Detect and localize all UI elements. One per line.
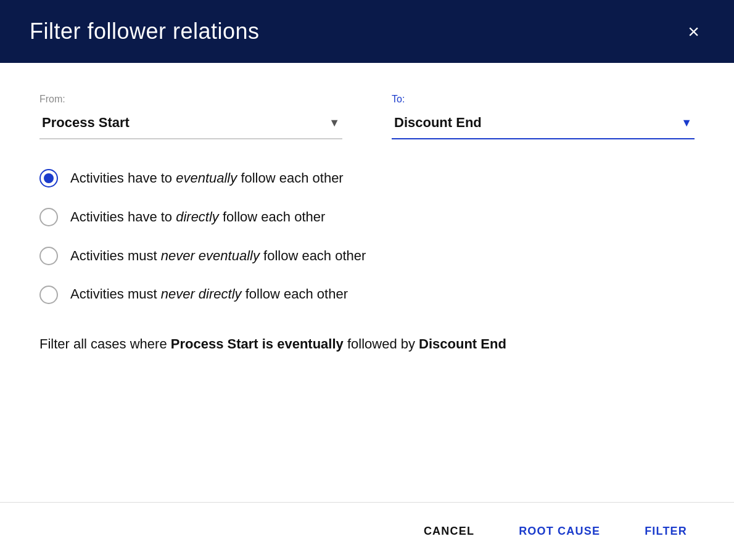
radio-option-1[interactable]: Activities have to eventually follow eac… bbox=[39, 169, 695, 188]
close-button[interactable]: × bbox=[683, 19, 704, 44]
radio-options: Activities have to eventually follow eac… bbox=[39, 169, 695, 304]
dialog-footer: CANCEL ROOT CAUSE FILTER bbox=[0, 502, 734, 560]
to-value: Discount End bbox=[394, 115, 482, 131]
radio-text-3: Activities must never eventually follow … bbox=[70, 247, 366, 266]
from-arrow-icon: ▼ bbox=[329, 117, 340, 130]
from-value: Process Start bbox=[42, 115, 130, 131]
dialog-body: From: Process Start ▼ To: Discount End ▼ bbox=[0, 63, 734, 502]
dropdowns-row: From: Process Start ▼ To: Discount End ▼ bbox=[39, 94, 695, 139]
filter-button[interactable]: FILTER bbox=[637, 520, 695, 543]
from-label: From: bbox=[39, 94, 342, 105]
radio-inner-1 bbox=[44, 173, 54, 183]
radio-circle-2 bbox=[39, 208, 58, 226]
filter-dialog: Filter follower relations × From: Proces… bbox=[0, 0, 734, 560]
to-label: To: bbox=[392, 94, 695, 105]
to-arrow-icon: ▼ bbox=[681, 117, 692, 130]
radio-text-1: Activities have to eventually follow eac… bbox=[70, 169, 344, 188]
from-dropdown[interactable]: Process Start ▼ bbox=[39, 110, 342, 139]
to-dropdown[interactable]: Discount End ▼ bbox=[392, 110, 695, 139]
root-cause-button[interactable]: ROOT CAUSE bbox=[511, 520, 608, 543]
dialog-header: Filter follower relations × bbox=[0, 0, 734, 63]
from-dropdown-group: From: Process Start ▼ bbox=[39, 94, 342, 139]
radio-circle-1 bbox=[39, 169, 58, 187]
radio-text-2: Activities have to directly follow each … bbox=[70, 208, 325, 227]
radio-option-2[interactable]: Activities have to directly follow each … bbox=[39, 208, 695, 227]
dialog-title: Filter follower relations bbox=[30, 19, 260, 44]
radio-text-4: Activities must never directly follow ea… bbox=[70, 285, 348, 304]
radio-circle-3 bbox=[39, 247, 58, 265]
to-dropdown-group: To: Discount End ▼ bbox=[392, 94, 695, 139]
radio-circle-4 bbox=[39, 286, 58, 304]
cancel-button[interactable]: CANCEL bbox=[416, 520, 482, 543]
radio-option-4[interactable]: Activities must never directly follow ea… bbox=[39, 285, 695, 304]
filter-description: Filter all cases where Process Start is … bbox=[39, 334, 695, 354]
radio-option-3[interactable]: Activities must never eventually follow … bbox=[39, 247, 695, 266]
